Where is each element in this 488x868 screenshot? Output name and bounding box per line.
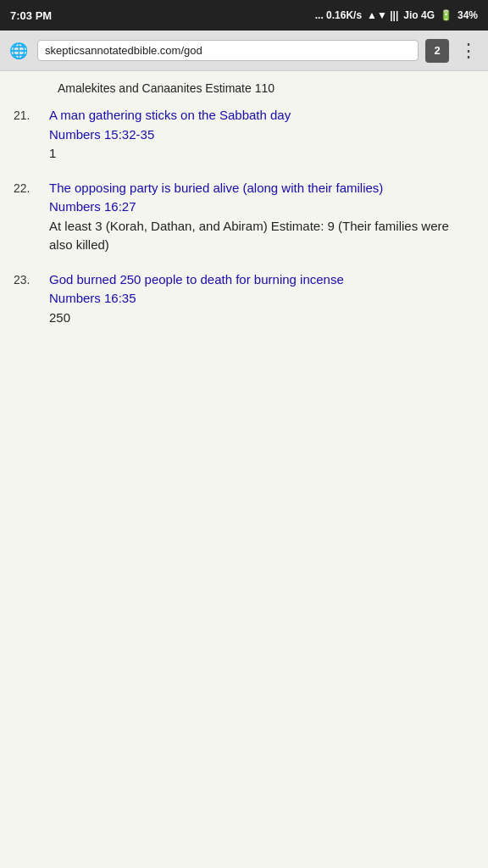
status-bar: 7:03 PM ... 0.16K/s ▲▼ ||| Jio 4G 🔋 34% [0,0,488,31]
battery-level: 34% [458,9,478,21]
carrier-label: Jio 4G [403,9,435,21]
entry-detail: At least 3 (Korah, Dathan, and Abiram) E… [49,219,449,253]
battery-icon: 🔋 [440,9,452,21]
entry-link[interactable]: God burned 250 people to death for burni… [49,272,344,287]
entry-reference[interactable]: Numbers 16:35 [49,291,136,305]
entry-number: 22. [14,179,44,255]
entry-link[interactable]: A man gathering sticks on the Sabbath da… [49,108,291,122]
entry-body: God burned 250 people to death for burni… [49,270,474,328]
status-left: 7:03 PM [10,9,52,22]
top-partial-text: Amalekites and Canaanites Estimate 110 [58,81,274,95]
signal-icon: ▲▼ ||| [367,9,398,21]
list-item: 23. God burned 250 people to death for b… [14,270,474,328]
entry-number: 21. [14,106,44,164]
entry-body: A man gathering sticks on the Sabbath da… [49,106,474,164]
entry-link[interactable]: The opposing party is buried alive (alon… [49,181,383,195]
entry-reference[interactable]: Numbers 15:32-35 [49,127,154,142]
entry-body: The opposing party is buried alive (alon… [49,179,474,255]
entry-count: 1 [49,146,56,160]
entry-count: 250 [49,310,70,325]
list-item: 21. A man gathering sticks on the Sabbat… [14,106,474,164]
browser-bar: 🌐 skepticsannotatedbible.com/god 2 ⋮ [0,31,488,71]
list-item: 22. The opposing party is buried alive (… [14,179,474,255]
status-right: ... 0.16K/s ▲▼ ||| Jio 4G 🔋 34% [315,9,478,21]
top-partial-entry: Amalekites and Canaanites Estimate 110 [14,80,474,97]
url-bar[interactable]: skepticsannotatedbible.com/god [37,40,419,61]
entry-number: 23. [14,270,44,328]
globe-icon: 🌐 [7,39,30,63]
page-content: Amalekites and Canaanites Estimate 110 2… [0,71,488,359]
time-display: 7:03 PM [10,9,52,22]
entry-reference[interactable]: Numbers 16:27 [49,199,136,214]
browser-menu-icon[interactable]: ⋮ [456,40,481,62]
network-speed: ... 0.16K/s [315,9,362,21]
tab-count-badge[interactable]: 2 [425,39,449,63]
